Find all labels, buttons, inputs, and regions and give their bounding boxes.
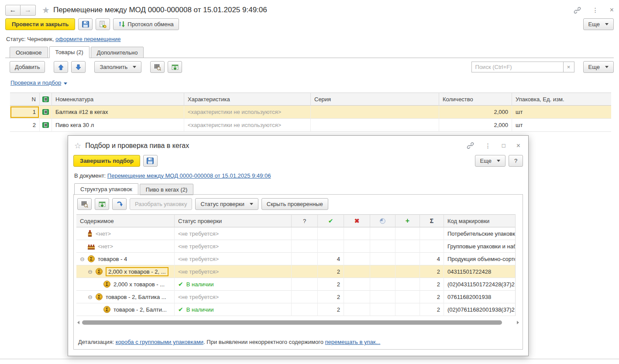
col-nomenclature[interactable]: Номенклатура <box>52 93 184 106</box>
goods-table-header: N Номенклатура Характеристика Серия Коли… <box>10 93 611 106</box>
tab-additional[interactable]: Дополнительно <box>91 47 144 58</box>
exchange-arrows-icon <box>118 21 125 27</box>
col-error-icon[interactable]: ✖ <box>344 214 370 227</box>
post-and-close-button[interactable]: Провести и закрыть <box>5 18 75 30</box>
window-header: ← → ★ Перемещение между МОД 0000-000008 … <box>5 3 614 17</box>
get-link-icon[interactable] <box>574 7 581 14</box>
help-button[interactable]: ? <box>509 155 523 167</box>
tab-beer-kegs[interactable]: Пиво в кегах (2) <box>140 184 193 195</box>
col-check-status[interactable]: Статус проверки <box>175 214 292 227</box>
tree-collapse-icon[interactable]: ⊖ <box>88 268 96 275</box>
fill-button[interactable]: Заполнить <box>94 61 141 73</box>
packing-row[interactable]: Σ 2,000 x товаров - ... ✔В наличии 2 2 (… <box>76 278 516 291</box>
scroll-left-icon[interactable] <box>77 321 79 324</box>
more-button[interactable]: Еще <box>583 18 614 30</box>
menu-dots-icon[interactable]: ⋮ <box>485 143 491 149</box>
horizontal-scrollbar[interactable] <box>77 320 519 325</box>
packing-row[interactable]: Σ товаров - 2, Балти... ✔В наличии 2 2 (… <box>76 303 516 316</box>
caret-down-icon <box>605 66 609 68</box>
add-row-button[interactable]: Добавить <box>10 61 45 73</box>
menu-dots-icon[interactable]: ⋮ <box>592 7 598 13</box>
table-settings-button[interactable] <box>168 61 182 73</box>
dialog-title: Подбор и проверка пива в кегах <box>85 142 189 150</box>
pick-and-check-dialog: ☆ Подбор и проверка пива в кегах ⋮ □ × З… <box>68 135 529 356</box>
tab-main[interactable]: Основное <box>10 47 48 58</box>
marking-icon <box>42 109 49 115</box>
dialog-tabs: Структура упаковок Пиво в кегах (2) <box>73 182 523 195</box>
quantity-cell: 2,000 <box>439 119 512 132</box>
tree-collapse-icon[interactable]: ⊖ <box>88 294 96 300</box>
col-series[interactable]: Серия <box>311 93 439 106</box>
col-extra-icon[interactable]: + <box>395 214 420 227</box>
finish-picking-button[interactable]: Завершить подбор <box>73 155 140 167</box>
close-icon[interactable]: × <box>516 142 520 149</box>
barcode-scan-button[interactable] <box>150 61 165 73</box>
document-link[interactable]: Перемещение между МОД 0000-000008 от 15.… <box>107 172 271 179</box>
move-to-button[interactable] <box>112 198 127 210</box>
get-link-icon[interactable] <box>467 142 474 149</box>
table-settings-button[interactable] <box>95 198 109 210</box>
favorite-star-outline-icon[interactable]: ☆ <box>74 141 81 151</box>
close-icon[interactable]: × <box>610 7 614 14</box>
col-question-icon[interactable]: ? <box>292 214 318 227</box>
barcode-scan-button[interactable] <box>77 198 92 210</box>
caret-down-icon <box>605 23 609 25</box>
col-pending-icon[interactable] <box>370 214 395 227</box>
col-checked-icon[interactable]: ✔ <box>318 214 344 227</box>
move-to-pack-link[interactable]: перемещать в упак... <box>325 339 381 345</box>
maximize-icon[interactable]: □ <box>502 143 506 148</box>
row-number: 2 <box>10 119 40 132</box>
packing-row[interactable]: ⊖ Σ товаров - 2, Балтика ... <не требует… <box>76 291 516 303</box>
tab-packing-structure[interactable]: Структура упаковок <box>74 183 138 195</box>
post-document-button[interactable] <box>96 18 110 30</box>
status-line: Статус: Черновик, оформите перемещение <box>6 36 121 42</box>
search-input[interactable] <box>471 62 563 72</box>
packing-row[interactable]: <нет> <не требуется> Потребительские упа… <box>76 227 516 240</box>
favorite-star-icon[interactable]: ★ <box>42 5 50 15</box>
nomenclature-cell: Балтика #12 в кегах <box>52 106 184 119</box>
search-clear-button[interactable]: × <box>563 62 574 72</box>
dialog-more-button[interactable]: Еще <box>475 155 506 167</box>
list-more-button[interactable]: Еще <box>583 61 614 73</box>
packing-row-selected[interactable]: ⊖ Σ 2,000 x товаров - 2, ... <не требует… <box>76 265 516 278</box>
scroll-right-icon[interactable] <box>517 321 519 324</box>
col-marking[interactable] <box>40 93 52 106</box>
plus-icon: + <box>406 217 409 225</box>
col-n[interactable]: N <box>10 93 40 106</box>
save-button[interactable] <box>78 18 93 30</box>
command-bar: Провести и закрыть Протокол обмена Еще <box>5 18 614 30</box>
bottle-icon <box>88 230 92 237</box>
packing-table: Содержимое Статус проверки ? ✔ ✖ + Σ Код… <box>76 214 516 316</box>
arrow-down-icon <box>76 64 81 70</box>
hide-checked-button[interactable]: Скрыть проверенные <box>261 198 328 210</box>
table-row[interactable]: 1 Балтика #12 в кегах <характеристики не… <box>10 106 611 119</box>
tree-collapse-icon[interactable]: ⊖ <box>80 256 88 262</box>
scrollbar-thumb[interactable] <box>82 320 502 325</box>
col-quantity[interactable]: Количество <box>439 93 512 106</box>
move-down-button[interactable] <box>71 61 86 73</box>
packing-row[interactable]: ⊖ Σ товаров - 4 <не требуется> 4 4 Проду… <box>76 253 516 265</box>
packing-row[interactable]: <нет> <не требуется> Групповые упаковки … <box>76 240 516 253</box>
nav-back-button[interactable]: ← <box>5 5 21 16</box>
nav-forward-button[interactable]: → <box>21 5 36 16</box>
col-packaging[interactable]: Упаковка, Ед. изм. <box>512 93 611 106</box>
col-content[interactable]: Содержимое <box>76 214 175 227</box>
col-total-icon[interactable]: Σ <box>420 214 444 227</box>
sigma-badge-icon: Σ <box>103 306 110 313</box>
move-up-button[interactable] <box>54 61 68 73</box>
detail-mode-link[interactable]: короба с групповыми упаковками <box>116 339 203 345</box>
caret-down-icon <box>64 82 67 85</box>
check-and-pick-menu[interactable]: Проверка и подбор <box>10 79 67 86</box>
tab-goods[interactable]: Товары (2) <box>49 46 89 58</box>
save-button[interactable] <box>143 155 158 167</box>
status-action-link[interactable]: оформите перемещение <box>55 36 121 42</box>
check-status-button[interactable]: Статус проверки <box>195 198 258 210</box>
exchange-protocol-button[interactable]: Протокол обмена <box>113 18 179 30</box>
table-row[interactable]: 2 Пиво кега 30 л <характеристики не испо… <box>10 119 611 132</box>
nomenclature-cell: Пиво кега 30 л <box>52 119 184 132</box>
col-marking-code[interactable]: Код маркировки <box>444 214 516 227</box>
unpack-button[interactable]: Разобрать упаковку <box>130 198 192 210</box>
document-tabs: Основное Товары (2) Дополнительно <box>5 46 614 58</box>
caret-down-icon <box>497 160 500 162</box>
col-characteristic[interactable]: Характеристика <box>184 93 311 106</box>
